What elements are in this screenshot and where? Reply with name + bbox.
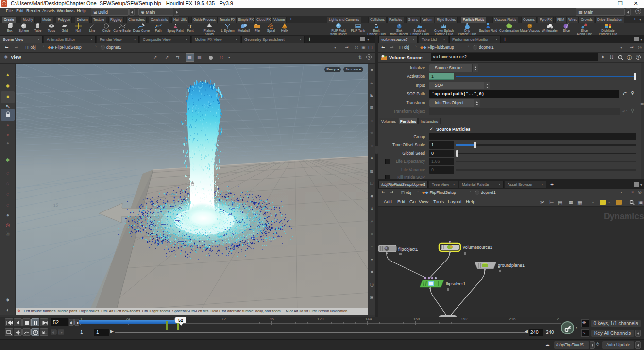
svg-text:T: T — [189, 23, 192, 29]
svg-text:-15: -15 — [51, 202, 59, 208]
svg-text:Dynamics: Dynamics — [604, 211, 644, 221]
svg-text:groundplane1: groundplane1 — [498, 263, 525, 268]
svg-text:volumesource2: volumesource2 — [463, 245, 492, 250]
svg-text:flipsolver1: flipsolver1 — [446, 281, 466, 286]
svg-text:flipobject1: flipobject1 — [398, 247, 418, 252]
